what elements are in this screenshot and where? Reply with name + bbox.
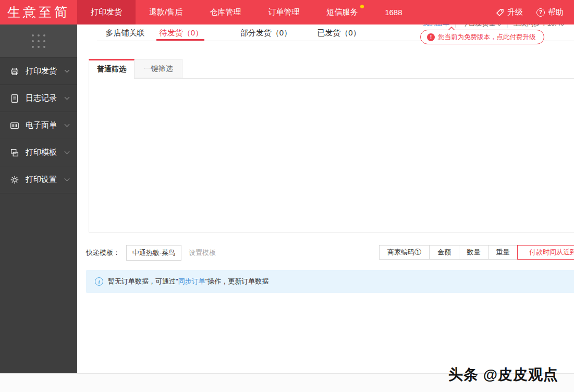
chevron-down-icon: [65, 176, 70, 181]
chevron-down-icon: [65, 149, 70, 154]
sort-amount[interactable]: 金额: [429, 245, 459, 260]
tag-icon: [496, 8, 504, 17]
sidebar-item-label: 日志记录: [26, 93, 57, 103]
nav-label: 订单管理: [268, 7, 299, 17]
nav-print-ship[interactable]: 打印发货: [77, 0, 136, 24]
filter-tab-quick[interactable]: 一键筛选: [134, 59, 182, 78]
notice-text: 您当前为免费版本，点此付费升级: [438, 33, 536, 42]
help-label: 帮助: [548, 7, 564, 17]
top-nav: 打印发货 退款/售后 仓库管理 订单管理 短信服务 1688: [77, 0, 416, 24]
tab-shipped[interactable]: 已发货（0）: [313, 24, 365, 41]
top-navbar: 生意至简 打印发货 退款/售后 仓库管理 订单管理 短信服务 1688 升级 ?…: [0, 0, 574, 24]
nav-label: 退款/售后: [149, 7, 182, 17]
upgrade-notice-bubble[interactable]: ! 您当前为免费版本，点此付费升级: [420, 30, 544, 44]
nav-1688[interactable]: 1688: [371, 0, 416, 24]
nav-label: 仓库管理: [210, 7, 241, 17]
exclamation-icon: !: [427, 33, 435, 41]
template-icon: [9, 148, 20, 158]
sms-badge-dot: [360, 5, 364, 8]
empty-orders-infobar: i 暂无订单数据，可通过"同步订单"操作，更新订单数据: [86, 270, 574, 293]
topbar-right: 升级 ? 帮助: [496, 0, 574, 24]
sort-quantity[interactable]: 数量: [459, 245, 488, 260]
question-icon: ?: [536, 8, 545, 17]
grid-dots-icon: [32, 34, 45, 48]
sidebar-item-print-settings[interactable]: 打印设置: [0, 166, 77, 193]
express-template-label: 快递模板：: [86, 245, 120, 261]
sync-orders-link[interactable]: 同步订单: [178, 277, 205, 285]
upgrade-button[interactable]: 升级: [496, 7, 523, 17]
nav-label: 短信服务: [326, 7, 358, 17]
template-settings-link[interactable]: 设置模板: [189, 245, 216, 261]
upgrade-label: 升级: [507, 7, 523, 17]
sort-weight[interactable]: 重量: [488, 245, 518, 260]
filter-tab-normal[interactable]: 普通筛选: [89, 59, 135, 79]
sidebar-item-label: 打印发货: [26, 66, 57, 76]
info-text-prefix: 暂无订单数据，可通过": [108, 277, 178, 285]
nav-sms[interactable]: 短信服务: [313, 0, 371, 24]
app-window: 我的面单 | 今日发货量 0 | 上次同步：16:40 生意至简 打印发货 退款…: [0, 0, 574, 392]
info-text: 暂无订单数据，可通过"同步订单"操作，更新订单数据: [108, 277, 268, 286]
chevron-down-icon: [65, 68, 70, 73]
sidebar-item-label: 打印模板: [26, 148, 57, 157]
sidebar-item-ewaybill[interactable]: 电子面单: [0, 112, 77, 139]
info-icon: i: [95, 277, 103, 286]
sidebar-item-label: 打印设置: [26, 175, 57, 185]
watermark: 头条 @皮皮观点: [448, 365, 558, 385]
nav-label: 1688: [385, 8, 402, 17]
waybill-icon: [9, 120, 20, 131]
sidebar-item-print-ship[interactable]: 打印发货: [0, 57, 77, 84]
printer-icon: [9, 66, 20, 77]
express-template-button[interactable]: 中通热敏-菜鸟: [126, 245, 181, 261]
nav-warehouse[interactable]: 仓库管理: [196, 0, 254, 24]
info-text-suffix: "操作，更新订单数据: [205, 277, 269, 285]
help-button[interactable]: ? 帮助: [536, 7, 564, 17]
sidebar-item-logs[interactable]: 日志记录: [0, 84, 77, 112]
nav-label: 打印发货: [91, 7, 122, 17]
sidebar-item-templates[interactable]: 打印模板: [0, 139, 77, 166]
sidebar: 打印发货 日志记录 电子面单 打印模板 打印设置: [0, 24, 77, 373]
nav-orders[interactable]: 订单管理: [254, 0, 313, 24]
filter-panel: [89, 78, 574, 232]
tab-multi-shop[interactable]: 多店铺关联: [102, 24, 149, 41]
app-logo: 生意至简: [0, 0, 77, 24]
chevron-down-icon: [65, 95, 70, 100]
gear-icon: [9, 175, 20, 185]
sort-merchant-code[interactable]: 商家编码①: [379, 245, 430, 260]
tab-pending-ship[interactable]: 待发货（0）: [156, 24, 206, 41]
sidebar-header: [0, 24, 77, 57]
sort-button-group: 商家编码① 金额 数量 重量 付款时间从近到远: [379, 245, 574, 260]
sidebar-filler: [0, 193, 77, 197]
sidebar-item-label: 电子面单: [26, 120, 57, 130]
sort-pay-time[interactable]: 付款时间从近到远: [517, 245, 574, 260]
chevron-down-icon: [65, 122, 70, 127]
tab-partial-ship[interactable]: 部分发货（0）: [237, 24, 295, 41]
nav-refund[interactable]: 退款/售后: [136, 0, 196, 24]
log-icon: [9, 93, 20, 104]
